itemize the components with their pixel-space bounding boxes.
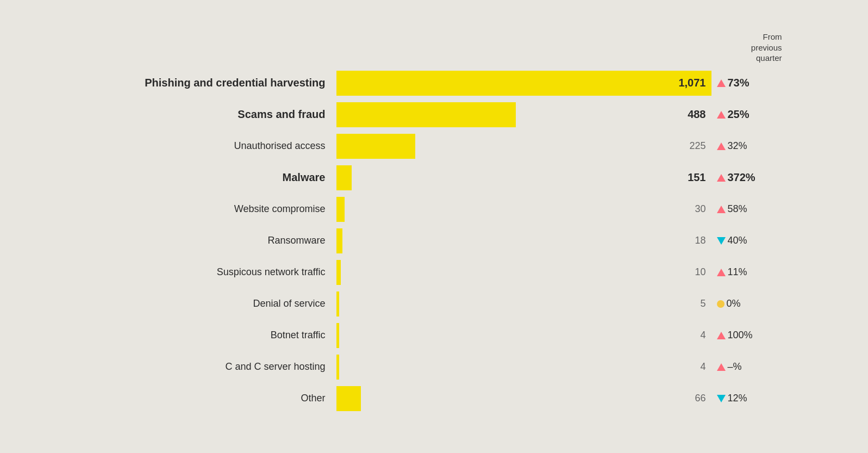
chart-row: Malware151372% [76,164,782,192]
header-label: From previous quarter [695,32,782,64]
row-value-unauthorised: 225 [673,140,717,152]
bar-col-malware [336,165,673,190]
row-label-candc: C and C server hosting [76,361,336,373]
bar-col-phishing [336,71,673,96]
row-value-botnet: 4 [673,330,717,341]
bar-denial [336,291,339,317]
change-text-ransomware: 40% [728,235,747,246]
up-arrow-icon [717,269,726,276]
row-change-candc: –% [717,361,782,373]
row-change-phishing: 73% [717,77,782,89]
header-row: From previous quarter [76,32,782,64]
down-arrow-icon [717,237,726,245]
chart-row: Suspicous network traffic1011% [76,258,782,287]
up-arrow-icon [717,111,726,119]
row-change-scams: 25% [717,108,782,121]
row-value-suspicious: 10 [673,266,717,278]
change-text-other: 12% [728,393,747,404]
bar-scams [336,102,516,127]
bar-malware [336,165,352,190]
row-change-botnet: 100% [717,330,782,341]
up-arrow-icon [717,206,726,213]
bar-col-botnet [336,323,673,348]
up-arrow-icon [717,142,726,150]
chart-row: Other6612% [76,384,782,413]
row-label-scams: Scams and fraud [76,108,336,121]
row-change-unauthorised: 32% [717,140,782,152]
row-change-ransomware: 40% [717,235,782,246]
bar-col-other [336,386,673,411]
bar-col-scams [336,102,673,127]
row-value-scams: 488 [673,108,717,121]
change-text-botnet: 100% [728,330,753,341]
chart-row: Phishing and credential harvesting1,0717… [76,69,782,97]
bar-botnet [336,323,339,348]
row-change-suspicious: 11% [717,266,782,278]
row-label-unauthorised: Unauthorised access [76,140,336,152]
row-value-malware: 151 [673,171,717,184]
row-change-denial: 0% [717,298,782,309]
bar-candc [336,355,339,380]
up-arrow-icon [717,79,726,87]
row-value-other: 66 [673,393,717,404]
bar-col-ransomware [336,228,673,253]
up-arrow-icon [717,363,726,371]
bar-col-denial [336,291,673,317]
flat-icon [717,300,725,308]
chart-row: Unauthorised access22532% [76,132,782,160]
chart-row: Scams and fraud48825% [76,101,782,129]
change-text-candc: –% [728,361,742,373]
change-text-unauthorised: 32% [728,140,747,152]
row-change-other: 12% [717,393,782,404]
change-text-denial: 0% [727,298,741,309]
chart-row: Ransomware1840% [76,227,782,255]
row-label-malware: Malware [76,171,336,184]
up-arrow-icon [717,332,726,339]
row-value-candc: 4 [673,361,717,373]
row-label-suspicious: Suspicous network traffic [76,266,336,278]
chart-row: C and C server hosting4–% [76,353,782,381]
change-text-suspicious: 11% [728,266,747,278]
bar-website [336,197,345,222]
row-value-denial: 5 [673,298,717,309]
bar-col-candc [336,355,673,380]
bar-col-website [336,197,673,222]
up-arrow-icon [717,174,726,182]
bar-col-unauthorised [336,134,673,159]
down-arrow-icon [717,395,726,402]
row-value-ransomware: 18 [673,235,717,246]
chart-row: Website compromise3058% [76,195,782,224]
change-text-phishing: 73% [728,77,750,89]
bar-ransomware [336,228,342,253]
bar-col-suspicious [336,260,673,285]
row-value-website: 30 [673,203,717,215]
row-value-phishing: 1,071 [673,77,717,89]
row-label-denial: Denial of service [76,298,336,309]
bar-suspicious [336,260,341,285]
row-label-phishing: Phishing and credential harvesting [76,77,336,89]
change-text-website: 58% [728,203,747,215]
bar-unauthorised [336,134,415,159]
chart-container: From previous quarter Phishing and crede… [54,15,815,438]
change-text-scams: 25% [728,108,750,121]
row-change-malware: 372% [717,171,782,184]
bar-phishing [336,71,711,96]
chart-row: Denial of service50% [76,290,782,318]
row-label-other: Other [76,393,336,404]
bar-other [336,386,361,411]
change-text-malware: 372% [728,171,755,184]
chart-row: Botnet traffic4100% [76,321,782,350]
row-change-website: 58% [717,203,782,215]
row-label-botnet: Botnet traffic [76,330,336,341]
row-label-website: Website compromise [76,203,336,215]
row-label-ransomware: Ransomware [76,235,336,246]
chart-rows: Phishing and credential harvesting1,0717… [76,69,782,413]
